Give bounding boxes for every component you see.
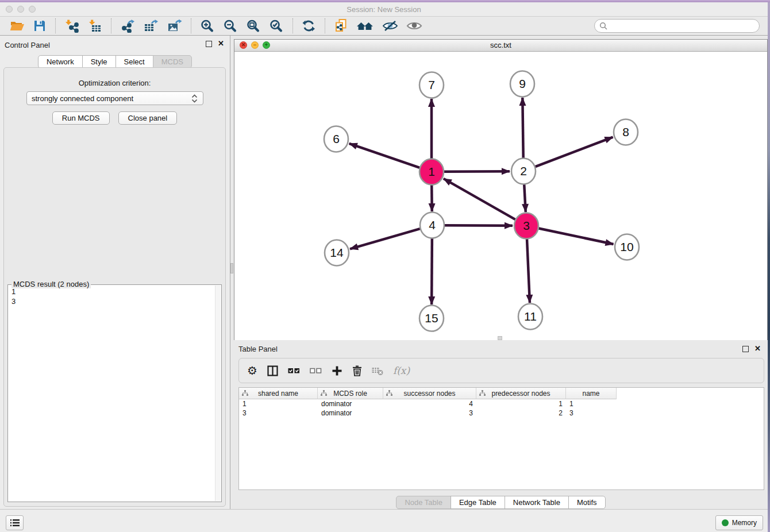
node-11[interactable]: 11 bbox=[518, 304, 542, 330]
result-scrollbar[interactable] bbox=[215, 286, 221, 501]
chevron-up-down-icon bbox=[191, 94, 198, 103]
node-2[interactable]: 2 bbox=[511, 159, 536, 184]
node-label: 8 bbox=[622, 125, 629, 138]
import-table-button[interactable] bbox=[87, 18, 102, 34]
network-title: scc.txt bbox=[234, 41, 767, 49]
show-all-button[interactable] bbox=[406, 18, 422, 34]
close-panel-button[interactable]: Close panel bbox=[118, 111, 178, 125]
edge-3-10[interactable] bbox=[539, 229, 614, 244]
node-table[interactable]: shared nameMCDS rolesuccessor nodesprede… bbox=[238, 387, 764, 490]
node-label: 11 bbox=[524, 310, 537, 323]
select-all-rows-button[interactable] bbox=[288, 365, 300, 376]
tab-network[interactable]: Network bbox=[38, 55, 83, 68]
delete-row-button[interactable] bbox=[352, 365, 362, 376]
float-panel-icon[interactable] bbox=[206, 41, 212, 47]
node-label: 6 bbox=[333, 132, 340, 145]
node-4[interactable]: 4 bbox=[420, 213, 444, 238]
import-network-button[interactable] bbox=[64, 18, 79, 34]
node-14[interactable]: 14 bbox=[325, 240, 349, 266]
tab-motifs[interactable]: Motifs bbox=[568, 496, 606, 509]
zoom-in-button[interactable] bbox=[200, 18, 215, 34]
show-columns-button[interactable] bbox=[267, 365, 278, 376]
open-folder-icon bbox=[10, 19, 25, 33]
edge-1-4[interactable] bbox=[432, 184, 432, 211]
edge-2-9[interactable] bbox=[522, 98, 523, 159]
edge-3-11[interactable] bbox=[527, 238, 530, 303]
node-1[interactable]: 1 bbox=[419, 159, 444, 185]
criterion-select[interactable]: strongly connected component bbox=[26, 91, 203, 105]
network-window-titlebar[interactable]: ✕ − + scc.txt bbox=[234, 40, 767, 52]
edge-4-3[interactable] bbox=[445, 225, 513, 226]
refresh-view-button[interactable] bbox=[302, 18, 316, 34]
status-bar: Memory bbox=[0, 509, 768, 532]
search-icon bbox=[599, 22, 608, 30]
edge-2-3[interactable] bbox=[524, 184, 526, 212]
open-session-button[interactable] bbox=[10, 18, 25, 34]
panel-splitter-handle[interactable] bbox=[230, 263, 233, 273]
memory-button[interactable]: Memory bbox=[715, 515, 763, 530]
task-history-button[interactable] bbox=[6, 515, 24, 530]
hide-selected-button[interactable] bbox=[382, 18, 398, 34]
table-row[interactable]: 3dominator323 bbox=[239, 408, 764, 418]
node-8[interactable]: 8 bbox=[614, 119, 638, 145]
table-cell: 2 bbox=[476, 409, 566, 417]
window-resize-grip[interactable] bbox=[498, 336, 502, 340]
edge-3-1[interactable] bbox=[444, 179, 515, 219]
zoom-fit-button[interactable] bbox=[246, 18, 261, 34]
table-settings-button[interactable]: ⚙ bbox=[247, 365, 257, 376]
run-mcds-button[interactable]: Run MCDS bbox=[52, 111, 110, 125]
search-field[interactable] bbox=[594, 19, 760, 33]
tab-mcds[interactable]: MCDS bbox=[153, 55, 192, 68]
mcds-result-box: MCDS result (2 nodes) 1 3 bbox=[7, 284, 222, 502]
network-canvas[interactable]: 7968124314101511 bbox=[234, 52, 767, 340]
column-header-successor-nodes[interactable]: successor nodes bbox=[383, 388, 476, 399]
node-7[interactable]: 7 bbox=[419, 72, 444, 98]
deselect-all-rows-button[interactable] bbox=[310, 365, 322, 376]
edge-1-2[interactable] bbox=[444, 171, 510, 172]
zoom-selected-icon bbox=[269, 19, 284, 33]
delete-table-button[interactable] bbox=[372, 365, 383, 376]
node-15[interactable]: 15 bbox=[419, 306, 444, 331]
tab-network-table[interactable]: Network Table bbox=[505, 496, 569, 509]
close-panel-icon[interactable]: ✕ bbox=[218, 40, 224, 47]
add-row-button[interactable] bbox=[332, 365, 342, 376]
node-9[interactable]: 9 bbox=[510, 71, 534, 97]
export-image-button[interactable] bbox=[167, 18, 182, 34]
edge-1-6[interactable] bbox=[349, 144, 419, 168]
tab-select[interactable]: Select bbox=[116, 55, 153, 68]
node-10[interactable]: 10 bbox=[615, 234, 639, 260]
column-header-MCDS-role[interactable]: MCDS role bbox=[318, 388, 383, 399]
export-network-button[interactable] bbox=[120, 18, 135, 34]
zoom-out-button[interactable] bbox=[223, 18, 238, 34]
table-tabs: Node TableEdge TableNetwork TableMotifs bbox=[234, 496, 768, 509]
tab-style[interactable]: Style bbox=[82, 55, 116, 68]
float-table-panel-icon[interactable] bbox=[742, 346, 749, 352]
function-builder-button[interactable]: f(x) bbox=[393, 365, 410, 376]
tab-edge-table[interactable]: Edge Table bbox=[451, 496, 505, 509]
column-header-shared-name[interactable]: shared name bbox=[239, 388, 318, 399]
column-header-name[interactable]: name bbox=[566, 388, 617, 399]
import-network-icon bbox=[64, 19, 79, 33]
save-session-button[interactable] bbox=[33, 18, 47, 34]
edge-2-8[interactable] bbox=[536, 137, 613, 167]
mcds-result-values: 1 3 bbox=[8, 285, 221, 308]
close-table-panel-icon[interactable]: ✕ bbox=[754, 345, 761, 352]
clone-network-button[interactable] bbox=[334, 18, 348, 34]
export-table-button[interactable] bbox=[143, 18, 159, 34]
tab-node-table[interactable]: Node Table bbox=[396, 496, 451, 509]
column-header-predecessor-nodes[interactable]: predecessor nodes bbox=[476, 388, 566, 399]
table-header-row: shared nameMCDS rolesuccessor nodesprede… bbox=[239, 388, 764, 399]
edge-4-14[interactable] bbox=[350, 229, 420, 249]
zoom-selected-button[interactable] bbox=[269, 18, 284, 34]
clone-network-icon bbox=[334, 18, 348, 33]
sort-icon bbox=[386, 390, 392, 398]
edge-4-15[interactable] bbox=[432, 238, 432, 304]
node-3[interactable]: 3 bbox=[514, 213, 538, 239]
memory-status-dot bbox=[722, 519, 729, 526]
table-row[interactable]: 1dominator411 bbox=[239, 399, 764, 408]
node-6[interactable]: 6 bbox=[324, 126, 348, 152]
table-panel: Table Panel ✕ ⚙ bbox=[234, 343, 768, 509]
table-toolbar: ⚙ bbox=[238, 358, 764, 383]
search-input[interactable] bbox=[608, 20, 759, 32]
home-layout-button[interactable] bbox=[356, 18, 374, 34]
